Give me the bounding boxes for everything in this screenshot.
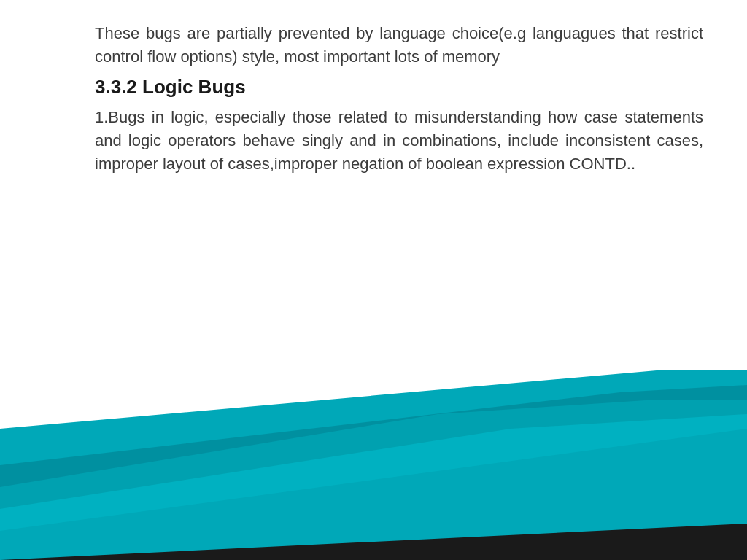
slide: These bugs are partially prevented by la… <box>0 0 747 560</box>
section-heading: 3.3.2 Logic Bugs <box>95 76 703 98</box>
intro-paragraph: These bugs are partially prevented by la… <box>95 22 703 69</box>
decorative-svg <box>0 370 747 560</box>
body-paragraph: 1.Bugs in logic, especially those relate… <box>95 106 703 176</box>
content-area: These bugs are partially prevented by la… <box>95 22 703 175</box>
bottom-decoration <box>0 370 747 560</box>
